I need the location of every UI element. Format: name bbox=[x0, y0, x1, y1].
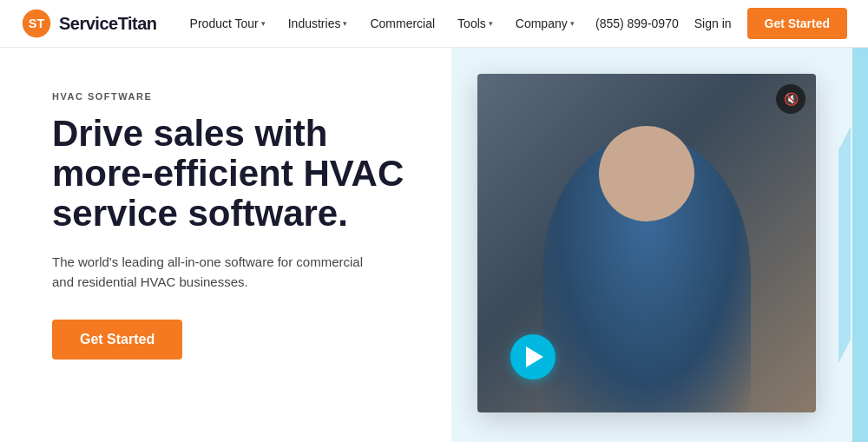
mute-button[interactable]: 🔇 bbox=[776, 84, 806, 114]
navbar: ST ServiceTitan Product Tour ▾ Industrie… bbox=[0, 0, 868, 48]
nav-item-industries[interactable]: Industries ▾ bbox=[279, 11, 357, 36]
play-icon bbox=[526, 346, 543, 367]
servicetitan-logo-icon: ST bbox=[21, 8, 52, 39]
hero-content: HVAC SOFTWARE Drive sales with more-effi… bbox=[0, 48, 451, 442]
logo[interactable]: ST ServiceTitan bbox=[21, 8, 157, 39]
play-button[interactable] bbox=[510, 334, 556, 379]
hero-eyebrow: HVAC SOFTWARE bbox=[52, 91, 408, 102]
chevron-down-icon: ▾ bbox=[343, 19, 347, 28]
hero-subtitle: The world's leading all-in-one software … bbox=[52, 252, 365, 293]
hero-get-started-button[interactable]: Get Started bbox=[52, 320, 182, 360]
hero-video[interactable]: 🔇 bbox=[477, 74, 816, 412]
nav-item-tools[interactable]: Tools ▾ bbox=[449, 11, 502, 36]
accent-stripes bbox=[833, 48, 868, 442]
hero-title: Drive sales with more-efficient HVAC ser… bbox=[52, 114, 408, 234]
nav-links: Product Tour ▾ Industries ▾ Commercial T… bbox=[181, 11, 595, 36]
chevron-down-icon: ▾ bbox=[489, 19, 493, 28]
nav-item-company[interactable]: Company ▾ bbox=[507, 11, 583, 36]
nav-right: (855) 899-0970 Sign in Get Started bbox=[595, 8, 847, 39]
chevron-down-icon: ▾ bbox=[261, 19, 266, 28]
accent-stripe-2 bbox=[838, 127, 851, 363]
sign-in-link[interactable]: Sign in bbox=[694, 16, 732, 30]
hero-section: HVAC SOFTWARE Drive sales with more-effi… bbox=[0, 48, 868, 442]
svg-text:ST: ST bbox=[29, 16, 45, 30]
logo-text: ServiceTitan bbox=[59, 14, 157, 34]
chevron-down-icon: ▾ bbox=[570, 19, 575, 28]
phone-number: (855) 899-0970 bbox=[595, 16, 679, 30]
mute-icon: 🔇 bbox=[784, 92, 799, 106]
nav-get-started-button[interactable]: Get Started bbox=[747, 8, 847, 39]
accent-stripe-1 bbox=[852, 48, 868, 442]
nav-item-product-tour[interactable]: Product Tour ▾ bbox=[181, 11, 274, 36]
nav-item-commercial[interactable]: Commercial bbox=[361, 11, 444, 36]
